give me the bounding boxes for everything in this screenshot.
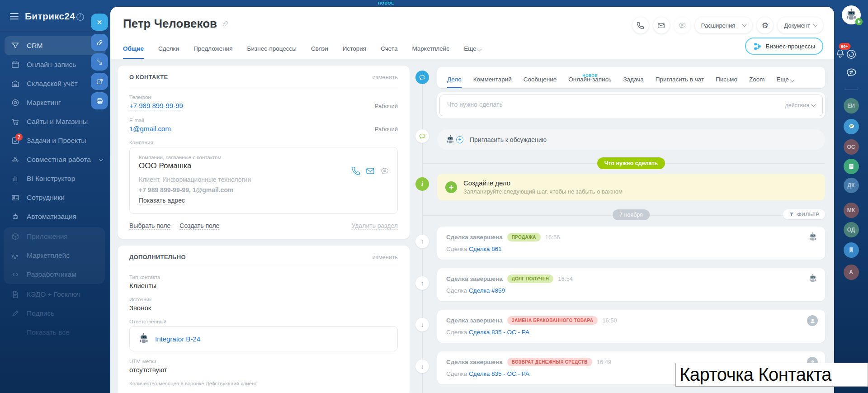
brand-logo[interactable]: Битрикс24◴ — [25, 11, 85, 22]
recent-chat-avatar[interactable]: ОС — [844, 139, 859, 155]
minimize-icon[interactable] — [91, 53, 108, 71]
add-activity-button[interactable]: + — [445, 181, 457, 193]
news-feed-button[interactable] — [844, 159, 859, 174]
settings-button[interactable]: ⚙ — [757, 17, 773, 33]
tab-online-booking[interactable]: НОВОЕОнлайн-запись — [568, 76, 611, 88]
invite-row: + Пригласить к обсуждению — [409, 129, 825, 150]
sidebar-item-collaboration[interactable]: Совместная работа — [0, 150, 108, 169]
sidebar-item-automation[interactable]: Автоматизация — [0, 207, 108, 226]
support-button[interactable] — [845, 48, 857, 60]
tab-more[interactable]: Еще — [464, 45, 481, 59]
chevron-down-icon — [813, 22, 818, 27]
idcard-icon — [11, 193, 20, 202]
filter-button[interactable]: ФИЛЬТР — [783, 209, 825, 219]
sidebar-item-apps[interactable]: Приложения — [4, 227, 105, 246]
tab-task[interactable]: Задача — [623, 76, 643, 88]
funnel-icon — [789, 212, 794, 217]
move-down-button[interactable]: ↓ — [415, 360, 429, 373]
tab-invite-to-chat[interactable]: Пригласить в чат — [656, 76, 704, 88]
todo-pill-row: Что нужно сделать — [437, 157, 825, 169]
user-avatar[interactable] — [842, 5, 861, 24]
recent-chat-avatar[interactable]: ОД — [844, 222, 859, 237]
email-value-link[interactable]: 1@gmail.com — [129, 125, 171, 133]
call-button[interactable] — [632, 17, 649, 33]
tab-invoices[interactable]: Счета — [381, 45, 397, 59]
timeline-entry: ↓ Сделка завершена ЗАМЕНА БРАКОВАННОГО Т… — [409, 310, 825, 343]
timeline-entry: ↑ Сделка завершена ПРОДАЖА 16:56 Сделка … — [409, 227, 825, 260]
extensions-dropdown[interactable]: Расширения — [695, 17, 753, 33]
recent-chat-avatar[interactable]: А — [844, 265, 859, 280]
sidebar-item-tasks-projects[interactable]: 7 Задачи и Проекты — [0, 131, 108, 150]
sidebar-item-signature[interactable]: Подпись — [0, 304, 108, 323]
move-up-button[interactable]: ↑ — [415, 276, 429, 290]
composer-actions-dropdown[interactable]: действия — [785, 102, 815, 109]
tasks-icon: 7 — [11, 136, 20, 145]
sidebar-item-marketplace[interactable]: Маркетплейс — [4, 246, 105, 265]
sidebar-item-show-all[interactable]: Показать все — [0, 323, 108, 342]
chart-icon — [11, 174, 20, 183]
source-field: Источник Звонок — [129, 297, 398, 312]
phone-field: Телефон +7 989 899-99-99 Рабочий — [129, 95, 398, 110]
select-field-link[interactable]: Выбрать поле — [129, 222, 170, 230]
sidebar-item-bi-builder[interactable]: BI Конструктор — [0, 169, 108, 188]
tab-marketplace[interactable]: Маркетплейс — [412, 45, 449, 59]
tab-message[interactable]: Сообщение — [524, 76, 557, 88]
document-dropdown[interactable]: Документ — [778, 17, 823, 33]
delete-section-link[interactable]: Удалить раздел — [351, 222, 398, 230]
todo-input[interactable] — [447, 101, 780, 110]
hamburger-menu-icon[interactable] — [10, 13, 19, 19]
cube-icon — [11, 232, 20, 241]
sidebar-item-sites-stores[interactable]: Сайты и Магазины — [0, 112, 108, 131]
tab-relations[interactable]: Связи — [311, 45, 328, 59]
company-call-icon[interactable] — [351, 166, 360, 175]
print-icon[interactable] — [91, 92, 108, 109]
create-field-link[interactable]: Создать поле — [179, 222, 219, 230]
deal-link[interactable]: Сделка 835 - ОС - РА — [469, 370, 529, 377]
company-chat-icon[interactable] — [380, 166, 389, 175]
sidebar-item-developers[interactable]: Разработчикам — [4, 265, 105, 284]
move-up-button[interactable]: ↑ — [415, 235, 429, 248]
sidebar-item-kedo[interactable]: КЭДО + Госключ — [0, 285, 108, 304]
recent-chat-avatar[interactable]: МК — [844, 203, 859, 218]
deal-link[interactable]: Сделка 861 — [469, 246, 502, 252]
tab-more[interactable]: Еще — [776, 76, 793, 88]
close-icon[interactable]: ✕ — [91, 14, 108, 31]
business-processes-button[interactable]: Бизнес-процессы — [745, 38, 823, 55]
edit-link[interactable]: изменить — [372, 74, 398, 80]
copy-link-icon[interactable] — [91, 34, 108, 51]
tab-history[interactable]: История — [343, 45, 366, 59]
open-new-window-icon[interactable] — [91, 73, 108, 90]
entry-card: Сделка завершена ЗАМЕНА БРАКОВАННОГО ТОВ… — [437, 310, 825, 343]
timeline-tabs-row: Дело Комментарий Сообщение НОВОЕОнлайн-з… — [409, 66, 825, 118]
email-type: Рабочий — [375, 126, 398, 133]
section-title: ДОПОЛНИТЕЛЬНО — [129, 254, 186, 260]
tab-deals[interactable]: Сделки — [158, 45, 179, 59]
phone-value-link[interactable]: +7 989 899-99-99 — [129, 102, 183, 110]
show-address-link[interactable]: Показать адрес — [139, 197, 185, 204]
email-button[interactable] — [653, 17, 670, 33]
tab-general[interactable]: Общие — [123, 45, 144, 59]
saved-messages-button[interactable] — [844, 242, 859, 258]
move-down-button[interactable]: ↓ — [415, 318, 429, 331]
recent-chat-avatar[interactable]: ЕИ — [844, 98, 859, 114]
tab-comment[interactable]: Комментарий — [473, 76, 512, 88]
tab-email[interactable]: Письмо — [716, 76, 737, 88]
chat-transfer-button[interactable] — [845, 66, 857, 78]
deal-link[interactable]: Сделка #859 — [469, 287, 505, 294]
responsible-field: Ответственный Integrator B-24 — [129, 319, 398, 351]
tab-zoom[interactable]: Zoom — [749, 76, 765, 88]
tab-activity[interactable]: Дело — [447, 76, 462, 88]
company-mail-icon[interactable] — [366, 166, 375, 175]
responsible-user-link[interactable]: Integrator B-24 — [155, 335, 200, 343]
robot-avatar — [138, 333, 150, 345]
sidebar-item-employees[interactable]: Сотрудники — [0, 188, 108, 207]
copy-title-link-icon[interactable] — [222, 20, 229, 28]
invite-to-discussion-button[interactable]: + Пригласить к обсуждению — [437, 129, 825, 150]
group-chat-button[interactable] — [844, 119, 859, 134]
recent-chat-avatar[interactable]: ДК — [844, 178, 859, 193]
chevron-down-icon — [477, 47, 482, 52]
deal-link[interactable]: Сделка 835 - ОС - РА — [469, 329, 529, 336]
tab-quotes[interactable]: Предложения — [193, 45, 233, 59]
tab-business-processes[interactable]: Бизнес-процессы — [247, 45, 297, 59]
edit-link[interactable]: изменить — [372, 254, 398, 260]
